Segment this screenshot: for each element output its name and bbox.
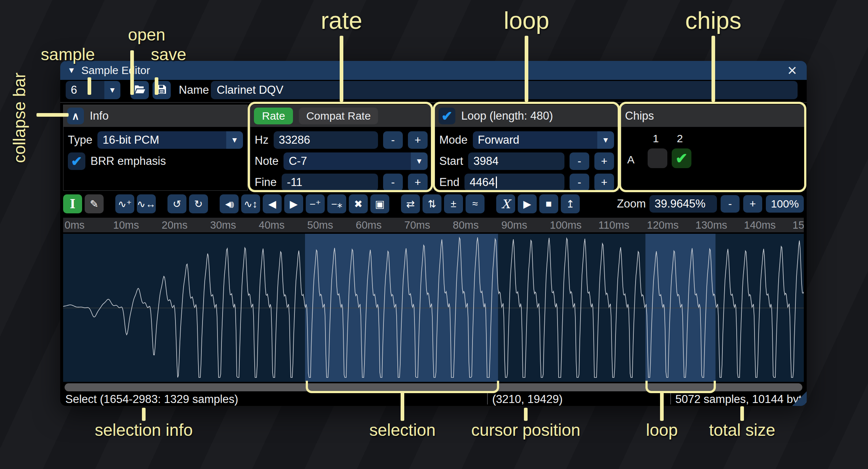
- ruler-tick: 40ms: [259, 219, 285, 231]
- waveform-view[interactable]: [63, 234, 804, 382]
- ruler-tick: 60ms: [356, 219, 382, 231]
- zoom-in-button[interactable]: +: [743, 195, 762, 213]
- annotation-rate: rate: [305, 7, 378, 34]
- trim-button[interactable]: ▣: [370, 194, 389, 213]
- apply-silence-button[interactable]: −⁎: [327, 194, 346, 213]
- annotation-chips: chips: [677, 7, 750, 34]
- upload-button[interactable]: ↥: [561, 194, 580, 213]
- type-select[interactable]: 16-bit PCM ▼: [97, 131, 243, 149]
- zoom-label: Zoom: [617, 197, 646, 210]
- name-label: Name: [179, 81, 209, 99]
- ruler-tick: 0ms: [65, 219, 85, 231]
- annotation-loop-bottom: loop: [625, 420, 698, 440]
- info-panel-header: ∧ Info: [63, 105, 247, 127]
- status-bar: Select (1654-2983: 1329 samples) (3210, …: [60, 392, 807, 406]
- annotation-rate-outline: [248, 102, 433, 192]
- preview-button[interactable]: ▶: [518, 194, 537, 213]
- page: { "window": { "title": "Sample Editor", …: [0, 0, 868, 469]
- annotation-selection-info-line: [142, 408, 146, 421]
- type-label: Type: [68, 133, 92, 147]
- invert-button[interactable]: ⇅: [423, 194, 441, 213]
- info-panel-body: Type 16-bit PCM ▼ ✔ BRR emphasis: [63, 127, 247, 190]
- ruler-tick: 90ms: [501, 219, 527, 231]
- reverse-button[interactable]: ⇄: [401, 194, 420, 213]
- ruler-tick: 30ms: [210, 219, 236, 231]
- resize-button[interactable]: ∿⁺: [115, 194, 134, 213]
- annotation-open-line: [130, 50, 134, 95]
- zoom-out-button[interactable]: -: [721, 195, 740, 213]
- zoom-reset-button[interactable]: 100%: [766, 195, 804, 213]
- annotation-total-size-line: [740, 406, 744, 421]
- fade-in-button[interactable]: ◀: [263, 194, 282, 213]
- undo-button[interactable]: ↺: [167, 194, 186, 213]
- sample-select-value: 6: [66, 81, 104, 99]
- sample-row: 6 ▼ Name Clarinet DQV: [66, 81, 801, 99]
- fade-out-button[interactable]: ▶: [284, 194, 303, 213]
- annotation-cursor-position-line: [524, 408, 528, 421]
- annotation-selection-info: selection info: [89, 420, 198, 440]
- brr-emphasis-label: BRR emphasis: [90, 155, 166, 168]
- chevron-up-icon: ∧: [72, 110, 80, 122]
- ruler-tick: 80ms: [453, 219, 479, 231]
- ruler-tick: 110ms: [598, 219, 629, 231]
- selection-info-text: Select (1654-2983: 1329 samples): [65, 393, 238, 406]
- zoom-controls: Zoom 39.9645% - + 100%: [617, 195, 804, 213]
- redo-button[interactable]: ↻: [189, 194, 208, 213]
- close-button[interactable]: ×: [784, 61, 800, 80]
- sample-select[interactable]: 6 ▼: [66, 81, 120, 99]
- ruler-tick: 130ms: [695, 219, 727, 231]
- collapse-bar-button[interactable]: ∧: [67, 108, 84, 124]
- annotation-selection-line: [401, 392, 404, 421]
- ruler-tick: 70ms: [404, 219, 430, 231]
- chevron-down-icon[interactable]: ▼: [104, 81, 120, 99]
- crossfade-button[interactable]: X: [496, 194, 515, 213]
- window-collapse-icon[interactable]: ▼: [67, 66, 76, 75]
- draw-mode-button[interactable]: ✎: [85, 194, 104, 213]
- status-separator: [487, 393, 488, 404]
- ruler-tick: 50ms: [307, 219, 333, 231]
- zoom-input[interactable]: 39.9645%: [649, 195, 717, 213]
- chevron-down-icon[interactable]: ▼: [226, 131, 243, 149]
- annotation-rate-line: [340, 36, 343, 102]
- cursor-position-text: (3210, 19429): [492, 393, 563, 406]
- annotation-loop-bottom-line: [660, 392, 664, 421]
- annotation-save: save: [147, 44, 190, 64]
- signed-unsigned-button[interactable]: ±: [444, 194, 463, 213]
- annotation-loop-bracket: [645, 381, 716, 393]
- type-select-value: 16-bit PCM: [97, 131, 226, 149]
- resample-button[interactable]: ∿↔: [137, 194, 156, 213]
- filter-button[interactable]: ≈: [466, 194, 485, 213]
- annotation-open: open: [125, 25, 169, 44]
- annotation-collapse-bar: collapse bar: [9, 67, 29, 163]
- stop-preview-button[interactable]: ■: [539, 194, 558, 213]
- annotation-sample: sample: [40, 44, 95, 64]
- insert-silence-button[interactable]: −⁺: [306, 194, 325, 213]
- total-size-text: 5072 samples, 10144 bytes: [675, 393, 807, 406]
- info-panel: ∧ Info Type 16-bit PCM ▼ ✔ BRR emphasis: [63, 105, 248, 191]
- annotation-selection: selection: [366, 420, 439, 440]
- annotation-total-size: total size: [706, 420, 779, 440]
- sample-toolbar: I ✎ ∿⁺ ∿↔ ↺ ↻ ◀))) ∿↕ ◀ ▶ −⁺ −⁎ ✖ ▣ ⇄ ⇅ …: [63, 194, 804, 214]
- ruler-tick: 10ms: [113, 219, 139, 231]
- resize-grip[interactable]: [792, 391, 807, 406]
- delete-button[interactable]: ✖: [349, 194, 368, 213]
- annotation-chips-line: [711, 36, 715, 102]
- normalize-button[interactable]: ∿↕: [241, 194, 260, 213]
- annotation-loop-line: [525, 36, 528, 102]
- info-panel-title: Info: [90, 109, 109, 123]
- annotation-sample-line: [88, 77, 91, 95]
- status-separator: [670, 393, 671, 404]
- window-title: Sample Editor: [81, 64, 150, 77]
- annotation-chips-outline: [619, 102, 806, 192]
- annotation-loop: loop: [490, 7, 563, 34]
- time-ruler[interactable]: 0ms 10ms 20ms 30ms 40ms 50ms 60ms 70ms 8…: [63, 218, 804, 232]
- ruler-tick: 150ms: [792, 219, 804, 231]
- folder-open-icon: [134, 84, 146, 97]
- edit-mode-button[interactable]: I: [63, 194, 82, 213]
- annotation-cursor-position: cursor position: [471, 420, 580, 440]
- name-input[interactable]: Clarinet DQV: [211, 81, 798, 99]
- annotation-collapse-bar-line: [36, 113, 69, 117]
- annotation-save-line: [155, 77, 158, 95]
- brr-emphasis-checkbox[interactable]: ✔: [68, 152, 85, 170]
- amplify-button[interactable]: ◀))): [220, 194, 239, 213]
